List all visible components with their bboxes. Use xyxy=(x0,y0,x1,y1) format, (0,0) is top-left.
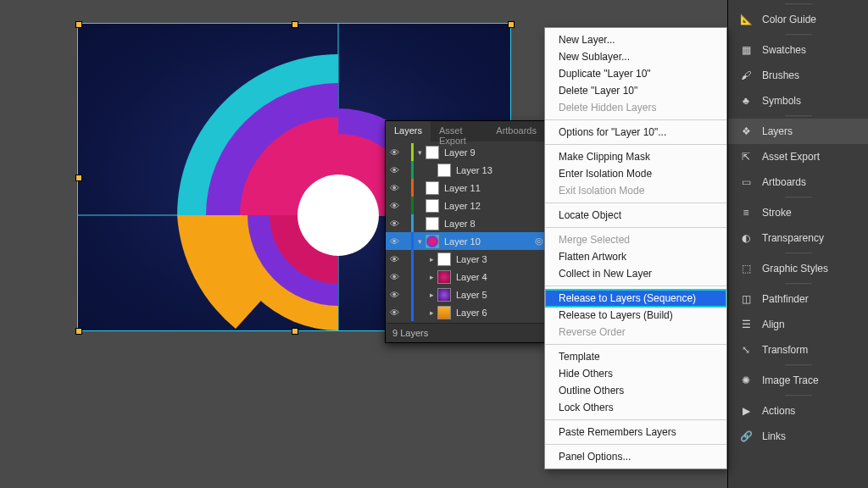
layer-row[interactable]: 👁▾Layer 9 xyxy=(386,143,545,161)
layer-row[interactable]: 👁Layer 8 xyxy=(386,214,545,232)
pathfinder-icon: ◫ xyxy=(738,292,754,306)
stroke-icon: ≡ xyxy=(738,206,754,219)
layer-row[interactable]: 👁▸Layer 4 xyxy=(386,268,545,286)
panel-badge-label: Links xyxy=(762,430,786,442)
target-icon[interactable]: ◎ xyxy=(533,236,545,247)
layer-thumbnail xyxy=(437,270,451,284)
menu-item[interactable]: Template xyxy=(545,348,726,365)
panel-badge-image-trace[interactable]: ✺Image Trace xyxy=(728,368,868,393)
panel-badge-links[interactable]: 🔗Links xyxy=(728,424,868,449)
tab-asset-export[interactable]: Asset Export xyxy=(431,121,487,141)
resize-handle-bl[interactable] xyxy=(75,328,82,335)
panel-badge-graphic-styles[interactable]: ⬚Graphic Styles xyxy=(728,256,868,281)
menu-separator xyxy=(545,227,726,228)
artboards-icon: ▭ xyxy=(738,175,754,189)
transform-icon: ⤡ xyxy=(738,343,754,357)
layer-count-label: 9 Layers xyxy=(392,328,428,338)
menu-item[interactable]: Delete "Layer 10" xyxy=(545,82,726,99)
panel-badge-symbols[interactable]: ♣Symbols xyxy=(728,88,868,114)
panel-badge-label: Layers xyxy=(762,125,793,137)
layer-row[interactable]: 👁Layer 13 xyxy=(386,161,545,179)
visibility-toggle-icon[interactable]: 👁 xyxy=(386,236,403,247)
menu-item[interactable]: Duplicate "Layer 10" xyxy=(545,65,726,82)
visibility-toggle-icon[interactable]: 👁 xyxy=(386,147,403,158)
layer-color-swatch xyxy=(411,179,414,197)
visibility-toggle-icon[interactable]: 👁 xyxy=(386,219,403,229)
panel-badge-pathfinder[interactable]: ◫Pathfinder xyxy=(728,286,868,312)
panel-badge-label: Symbols xyxy=(762,95,801,107)
menu-item[interactable]: Enter Isolation Mode xyxy=(545,165,726,182)
menu-separator xyxy=(545,202,726,203)
panel-badge-align[interactable]: ☰Align xyxy=(728,312,868,337)
panel-tabs: LayersAsset ExportArtboards xyxy=(386,121,545,141)
panel-badge-actions[interactable]: ▶Actions xyxy=(728,398,868,424)
resize-handle-tr[interactable] xyxy=(508,21,515,28)
layer-list: 👁▾Layer 9👁Layer 13👁Layer 11👁Layer 12👁Lay… xyxy=(386,141,545,323)
visibility-toggle-icon[interactable]: 👁 xyxy=(386,254,403,264)
panel-badge-brushes[interactable]: 🖌Brushes xyxy=(728,63,868,88)
layer-row[interactable]: 👁▸Layer 5 xyxy=(386,286,545,303)
layer-row[interactable]: 👁Layer 12 xyxy=(386,197,545,214)
layer-row[interactable]: 👁▸Layer 3 xyxy=(386,250,545,268)
menu-item[interactable]: Make Clipping Mask xyxy=(545,148,726,165)
visibility-toggle-icon[interactable]: 👁 xyxy=(386,272,403,282)
disclosure-triangle-icon[interactable]: ▾ xyxy=(414,148,426,157)
panel-badge-transform[interactable]: ⤡Transform xyxy=(728,337,868,363)
panel-badge-asset-export[interactable]: ⇱Asset Export xyxy=(728,144,868,169)
menu-item[interactable]: Panel Options... xyxy=(545,448,726,465)
resize-handle-tl[interactable] xyxy=(75,21,82,28)
panel-badge-label: Image Trace xyxy=(762,374,819,386)
panel-badge-artboards[interactable]: ▭Artboards xyxy=(728,169,868,195)
layers-icon: ❖ xyxy=(738,125,754,138)
disclosure-triangle-icon[interactable]: ▸ xyxy=(426,255,437,263)
layer-row[interactable]: 👁▸Layer 6 xyxy=(386,303,545,321)
menu-item[interactable]: Options for "Layer 10"... xyxy=(545,124,726,141)
panel-badge-stroke[interactable]: ≡Stroke xyxy=(728,200,868,225)
menu-item[interactable]: Lock Others xyxy=(545,399,726,416)
visibility-toggle-icon[interactable]: 👁 xyxy=(386,165,403,175)
menu-item[interactable]: Hide Others xyxy=(545,365,726,382)
layer-name-label: Layer 3 xyxy=(456,254,545,264)
asset-export-icon: ⇱ xyxy=(738,150,754,164)
layer-row[interactable]: 👁Layer 11 xyxy=(386,179,545,197)
menu-item[interactable]: Release to Layers (Build) xyxy=(545,307,726,324)
menu-item[interactable]: New Layer... xyxy=(545,31,726,48)
menu-item[interactable]: Paste Remembers Layers xyxy=(545,424,726,441)
layer-color-swatch xyxy=(411,268,414,286)
panel-badge-transparency[interactable]: ◐Transparency xyxy=(728,225,868,251)
menu-separator xyxy=(545,144,726,145)
resize-handle-bm[interactable] xyxy=(292,328,298,335)
menu-item[interactable]: Release to Layers (Sequence) xyxy=(545,290,726,307)
visibility-toggle-icon[interactable]: 👁 xyxy=(386,308,403,318)
disclosure-triangle-icon[interactable]: ▸ xyxy=(426,291,437,299)
menu-item[interactable]: Outline Others xyxy=(545,382,726,399)
layer-name-label: Layer 8 xyxy=(444,219,545,229)
layer-name-label: Layer 10 xyxy=(444,236,533,247)
layer-name-label: Layer 5 xyxy=(456,290,545,300)
actions-icon: ▶ xyxy=(738,404,754,418)
disclosure-triangle-icon[interactable]: ▾ xyxy=(414,237,426,246)
menu-item[interactable]: Collect in New Layer xyxy=(545,265,726,282)
tab-layers[interactable]: Layers xyxy=(386,121,431,141)
layers-context-menu: New Layer...New Sublayer...Duplicate "La… xyxy=(544,27,727,469)
panel-badge-label: Brushes xyxy=(762,69,799,81)
visibility-toggle-icon[interactable]: 👁 xyxy=(386,290,403,300)
layer-row[interactable]: 👁▾Layer 10◎ xyxy=(386,232,545,250)
resize-handle-ml[interactable] xyxy=(75,175,82,181)
swatches-icon: ▦ xyxy=(738,43,754,57)
panel-badge-color-guide[interactable]: 📐Color Guide xyxy=(728,7,868,32)
menu-item[interactable]: Locate Object xyxy=(545,207,726,224)
symbols-icon: ♣ xyxy=(738,94,754,108)
resize-handle-tm[interactable] xyxy=(292,21,298,28)
disclosure-triangle-icon[interactable]: ▸ xyxy=(426,308,437,317)
visibility-toggle-icon[interactable]: 👁 xyxy=(386,201,403,211)
panel-badge-layers[interactable]: ❖Layers xyxy=(728,119,868,144)
menu-separator xyxy=(545,419,726,420)
tab-artboards[interactable]: Artboards xyxy=(487,121,545,141)
panel-badge-swatches[interactable]: ▦Swatches xyxy=(728,37,868,63)
menu-item[interactable]: Flatten Artwork xyxy=(545,248,726,265)
visibility-toggle-icon[interactable]: 👁 xyxy=(386,183,403,193)
disclosure-triangle-icon[interactable]: ▸ xyxy=(426,273,437,281)
image-trace-icon: ✺ xyxy=(738,374,754,387)
menu-item[interactable]: New Sublayer... xyxy=(545,48,726,65)
